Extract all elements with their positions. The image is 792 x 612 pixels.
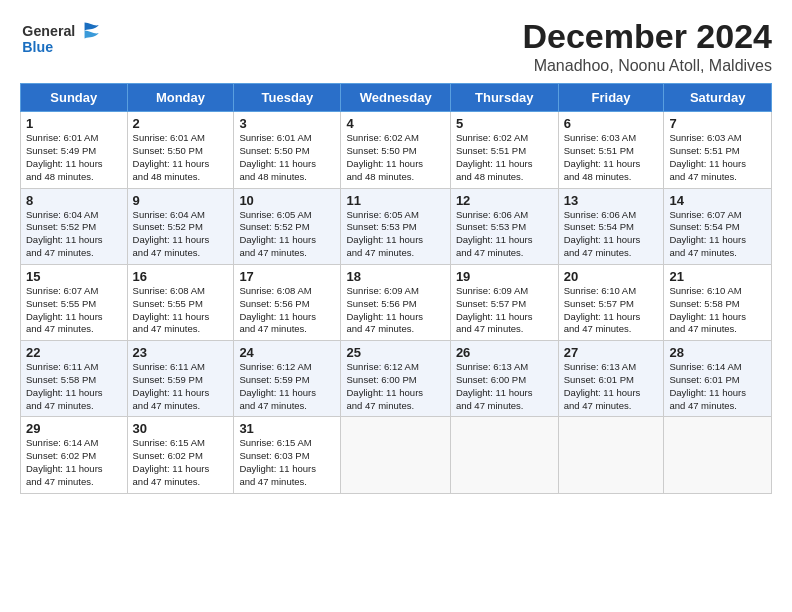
calendar-cell: 12Sunrise: 6:06 AMSunset: 5:53 PMDayligh…: [450, 188, 558, 264]
day-number: 21: [669, 269, 766, 284]
day-info: Sunrise: 6:02 AMSunset: 5:51 PMDaylight:…: [456, 132, 553, 183]
calendar-cell: 6Sunrise: 6:03 AMSunset: 5:51 PMDaylight…: [558, 112, 664, 188]
calendar-cell: 24Sunrise: 6:12 AMSunset: 5:59 PMDayligh…: [234, 341, 341, 417]
calendar-cell: [450, 417, 558, 493]
week-row-4: 22Sunrise: 6:11 AMSunset: 5:58 PMDayligh…: [21, 341, 772, 417]
day-number: 2: [133, 116, 229, 131]
day-info: Sunrise: 6:12 AMSunset: 5:59 PMDaylight:…: [239, 361, 335, 412]
calendar-cell: 25Sunrise: 6:12 AMSunset: 6:00 PMDayligh…: [341, 341, 450, 417]
week-row-1: 1Sunrise: 6:01 AMSunset: 5:49 PMDaylight…: [21, 112, 772, 188]
title-block: December 2024 Manadhoo, Noonu Atoll, Mal…: [522, 18, 772, 75]
subtitle: Manadhoo, Noonu Atoll, Maldives: [522, 57, 772, 75]
day-info: Sunrise: 6:02 AMSunset: 5:50 PMDaylight:…: [346, 132, 444, 183]
day-info: Sunrise: 6:01 AMSunset: 5:50 PMDaylight:…: [239, 132, 335, 183]
week-row-5: 29Sunrise: 6:14 AMSunset: 6:02 PMDayligh…: [21, 417, 772, 493]
day-info: Sunrise: 6:15 AMSunset: 6:03 PMDaylight:…: [239, 437, 335, 488]
day-info: Sunrise: 6:15 AMSunset: 6:02 PMDaylight:…: [133, 437, 229, 488]
calendar-cell: 31Sunrise: 6:15 AMSunset: 6:03 PMDayligh…: [234, 417, 341, 493]
day-number: 24: [239, 345, 335, 360]
week-row-3: 15Sunrise: 6:07 AMSunset: 5:55 PMDayligh…: [21, 264, 772, 340]
day-info: Sunrise: 6:01 AMSunset: 5:50 PMDaylight:…: [133, 132, 229, 183]
calendar-cell: 18Sunrise: 6:09 AMSunset: 5:56 PMDayligh…: [341, 264, 450, 340]
day-info: Sunrise: 6:04 AMSunset: 5:52 PMDaylight:…: [26, 209, 122, 260]
col-friday: Friday: [558, 84, 664, 112]
day-number: 27: [564, 345, 659, 360]
col-thursday: Thursday: [450, 84, 558, 112]
col-saturday: Saturday: [664, 84, 772, 112]
day-number: 19: [456, 269, 553, 284]
day-info: Sunrise: 6:13 AMSunset: 6:00 PMDaylight:…: [456, 361, 553, 412]
day-number: 10: [239, 193, 335, 208]
calendar-cell: 17Sunrise: 6:08 AMSunset: 5:56 PMDayligh…: [234, 264, 341, 340]
calendar-cell: [341, 417, 450, 493]
calendar-cell: 2Sunrise: 6:01 AMSunset: 5:50 PMDaylight…: [127, 112, 234, 188]
day-info: Sunrise: 6:14 AMSunset: 6:02 PMDaylight:…: [26, 437, 122, 488]
calendar-cell: 16Sunrise: 6:08 AMSunset: 5:55 PMDayligh…: [127, 264, 234, 340]
day-number: 31: [239, 421, 335, 436]
header-row: Sunday Monday Tuesday Wednesday Thursday…: [21, 84, 772, 112]
day-number: 15: [26, 269, 122, 284]
day-info: Sunrise: 6:01 AMSunset: 5:49 PMDaylight:…: [26, 132, 122, 183]
calendar-body: 1Sunrise: 6:01 AMSunset: 5:49 PMDaylight…: [21, 112, 772, 493]
header: General Blue December 2024 Manadhoo, Noo…: [20, 18, 772, 75]
day-number: 25: [346, 345, 444, 360]
col-tuesday: Tuesday: [234, 84, 341, 112]
day-info: Sunrise: 6:13 AMSunset: 6:01 PMDaylight:…: [564, 361, 659, 412]
day-number: 20: [564, 269, 659, 284]
day-number: 22: [26, 345, 122, 360]
day-number: 28: [669, 345, 766, 360]
calendar-cell: 20Sunrise: 6:10 AMSunset: 5:57 PMDayligh…: [558, 264, 664, 340]
day-info: Sunrise: 6:06 AMSunset: 5:53 PMDaylight:…: [456, 209, 553, 260]
day-info: Sunrise: 6:12 AMSunset: 6:00 PMDaylight:…: [346, 361, 444, 412]
calendar-cell: 13Sunrise: 6:06 AMSunset: 5:54 PMDayligh…: [558, 188, 664, 264]
calendar-cell: 10Sunrise: 6:05 AMSunset: 5:52 PMDayligh…: [234, 188, 341, 264]
day-info: Sunrise: 6:11 AMSunset: 5:58 PMDaylight:…: [26, 361, 122, 412]
day-info: Sunrise: 6:11 AMSunset: 5:59 PMDaylight:…: [133, 361, 229, 412]
day-info: Sunrise: 6:08 AMSunset: 5:55 PMDaylight:…: [133, 285, 229, 336]
day-info: Sunrise: 6:07 AMSunset: 5:54 PMDaylight:…: [669, 209, 766, 260]
calendar-cell: 9Sunrise: 6:04 AMSunset: 5:52 PMDaylight…: [127, 188, 234, 264]
day-number: 17: [239, 269, 335, 284]
day-number: 14: [669, 193, 766, 208]
day-number: 1: [26, 116, 122, 131]
day-number: 3: [239, 116, 335, 131]
day-number: 7: [669, 116, 766, 131]
day-info: Sunrise: 6:10 AMSunset: 5:57 PMDaylight:…: [564, 285, 659, 336]
day-number: 11: [346, 193, 444, 208]
col-wednesday: Wednesday: [341, 84, 450, 112]
day-number: 6: [564, 116, 659, 131]
day-info: Sunrise: 6:09 AMSunset: 5:56 PMDaylight:…: [346, 285, 444, 336]
day-info: Sunrise: 6:04 AMSunset: 5:52 PMDaylight:…: [133, 209, 229, 260]
main-title: December 2024: [522, 18, 772, 55]
svg-text:Blue: Blue: [22, 39, 53, 55]
day-number: 4: [346, 116, 444, 131]
day-number: 16: [133, 269, 229, 284]
calendar-cell: 27Sunrise: 6:13 AMSunset: 6:01 PMDayligh…: [558, 341, 664, 417]
day-info: Sunrise: 6:03 AMSunset: 5:51 PMDaylight:…: [564, 132, 659, 183]
day-number: 30: [133, 421, 229, 436]
calendar-cell: 30Sunrise: 6:15 AMSunset: 6:02 PMDayligh…: [127, 417, 234, 493]
calendar-cell: 21Sunrise: 6:10 AMSunset: 5:58 PMDayligh…: [664, 264, 772, 340]
day-info: Sunrise: 6:09 AMSunset: 5:57 PMDaylight:…: [456, 285, 553, 336]
day-number: 9: [133, 193, 229, 208]
day-info: Sunrise: 6:05 AMSunset: 5:53 PMDaylight:…: [346, 209, 444, 260]
day-info: Sunrise: 6:07 AMSunset: 5:55 PMDaylight:…: [26, 285, 122, 336]
calendar-cell: 1Sunrise: 6:01 AMSunset: 5:49 PMDaylight…: [21, 112, 128, 188]
calendar-cell: 3Sunrise: 6:01 AMSunset: 5:50 PMDaylight…: [234, 112, 341, 188]
day-number: 13: [564, 193, 659, 208]
calendar-header: Sunday Monday Tuesday Wednesday Thursday…: [21, 84, 772, 112]
calendar-cell: [664, 417, 772, 493]
day-number: 29: [26, 421, 122, 436]
calendar-cell: 19Sunrise: 6:09 AMSunset: 5:57 PMDayligh…: [450, 264, 558, 340]
day-info: Sunrise: 6:05 AMSunset: 5:52 PMDaylight:…: [239, 209, 335, 260]
calendar-cell: 29Sunrise: 6:14 AMSunset: 6:02 PMDayligh…: [21, 417, 128, 493]
calendar-cell: 15Sunrise: 6:07 AMSunset: 5:55 PMDayligh…: [21, 264, 128, 340]
calendar-cell: 4Sunrise: 6:02 AMSunset: 5:50 PMDaylight…: [341, 112, 450, 188]
day-number: 5: [456, 116, 553, 131]
day-number: 8: [26, 193, 122, 208]
day-info: Sunrise: 6:06 AMSunset: 5:54 PMDaylight:…: [564, 209, 659, 260]
week-row-2: 8Sunrise: 6:04 AMSunset: 5:52 PMDaylight…: [21, 188, 772, 264]
day-info: Sunrise: 6:14 AMSunset: 6:01 PMDaylight:…: [669, 361, 766, 412]
day-info: Sunrise: 6:08 AMSunset: 5:56 PMDaylight:…: [239, 285, 335, 336]
day-number: 18: [346, 269, 444, 284]
